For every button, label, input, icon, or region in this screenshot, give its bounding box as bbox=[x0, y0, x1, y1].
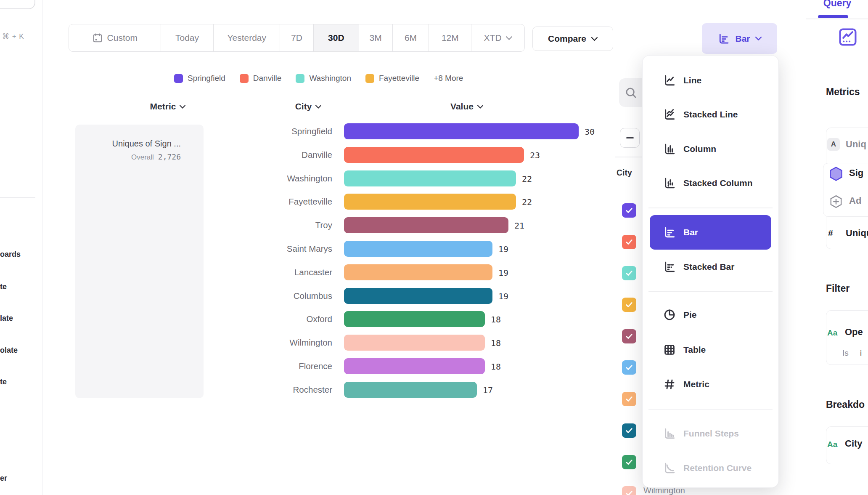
compare-button[interactable]: Compare bbox=[532, 27, 613, 51]
menu-item-stacked-line[interactable]: Stacked Line bbox=[643, 105, 778, 124]
date-range-segmented-control: Custom Today Yesterday 7D 30D 3M 6M 12M … bbox=[69, 24, 525, 52]
bar[interactable] bbox=[344, 335, 485, 351]
bar[interactable] bbox=[344, 170, 516, 186]
sidebar-item-boards[interactable]: oards bbox=[0, 250, 21, 259]
filter-operator[interactable]: Is bbox=[842, 349, 849, 358]
menu-divider bbox=[648, 208, 773, 208]
breakdown-heading: Breakdo bbox=[826, 399, 865, 410]
tab-bar-border bbox=[806, 19, 868, 19]
bar[interactable] bbox=[344, 123, 579, 139]
sidebar-item-4[interactable]: te bbox=[0, 378, 7, 386]
row-checkbox-washington[interactable] bbox=[622, 266, 636, 280]
sidebar-item-1[interactable]: te bbox=[0, 282, 7, 291]
menu-item-funnel-steps: Funnel Steps bbox=[643, 424, 778, 443]
row-checkbox-wilmington[interactable] bbox=[622, 486, 636, 495]
row-checkbox-oxford[interactable] bbox=[622, 455, 636, 469]
bar[interactable] bbox=[344, 217, 508, 233]
tab-active-indicator bbox=[818, 15, 848, 18]
sidebar-item-3[interactable]: olate bbox=[0, 346, 18, 355]
breakdown-property-label[interactable]: City bbox=[845, 438, 863, 449]
menu-item-table[interactable]: Table bbox=[643, 340, 778, 359]
bar[interactable] bbox=[344, 194, 516, 210]
row-checkbox-danville[interactable] bbox=[622, 235, 636, 249]
add-metric-label[interactable]: Ad bbox=[849, 195, 861, 206]
bar-row-oxford: Oxford 18 bbox=[185, 311, 711, 327]
add-event-hexagon-icon[interactable] bbox=[829, 194, 843, 209]
filter-value[interactable]: i bbox=[860, 349, 862, 358]
check-icon bbox=[625, 489, 633, 495]
legend-item-springfield[interactable]: Springfield bbox=[174, 74, 225, 83]
bar[interactable] bbox=[344, 311, 485, 327]
range-yesterday[interactable]: Yesterday bbox=[214, 24, 280, 51]
global-search-box[interactable] bbox=[0, 0, 35, 9]
retention-curve-icon bbox=[663, 461, 676, 475]
range-30d[interactable]: 30D bbox=[314, 24, 359, 51]
range-label: 3M bbox=[370, 33, 382, 43]
sidebar-item-5[interactable]: er bbox=[0, 474, 7, 483]
bar-category-label: Springfield bbox=[185, 123, 332, 139]
row-checkbox-lancaster[interactable] bbox=[622, 392, 636, 406]
metric-aggregation-label[interactable]: Uniq bbox=[846, 139, 866, 150]
menu-item-bar[interactable]: Bar bbox=[650, 215, 771, 250]
range-label: Custom bbox=[107, 33, 138, 43]
menu-item-pie[interactable]: Pie bbox=[643, 305, 778, 325]
filter-property-label[interactable]: Ope bbox=[845, 327, 863, 338]
range-label: 7D bbox=[291, 33, 302, 43]
menu-label: Bar bbox=[683, 227, 698, 237]
bar[interactable] bbox=[344, 264, 492, 280]
legend-more[interactable]: +8 More bbox=[434, 74, 463, 83]
legend-item-fayetteville[interactable]: Fayetteville bbox=[365, 74, 419, 83]
bar[interactable] bbox=[344, 241, 492, 257]
bar-category-label: Wilmington bbox=[185, 335, 332, 351]
range-6m[interactable]: 6M bbox=[393, 24, 429, 51]
range-3m[interactable]: 3M bbox=[359, 24, 393, 51]
column-header-value[interactable]: Value bbox=[425, 100, 509, 113]
search-shortcut-hint: ⌘ + K bbox=[2, 32, 24, 41]
check-icon bbox=[625, 426, 633, 435]
check-icon bbox=[625, 332, 633, 341]
legend-item-danville[interactable]: Danville bbox=[240, 74, 282, 83]
insights-chart-icon[interactable] bbox=[837, 26, 859, 48]
tab-query[interactable]: Query bbox=[806, 0, 868, 9]
metric-formula-label[interactable]: Uniqu bbox=[846, 228, 868, 239]
range-xtd[interactable]: XTD bbox=[471, 24, 524, 51]
column-header-city[interactable]: City bbox=[266, 100, 350, 113]
metric-event-label[interactable]: Sig bbox=[849, 168, 863, 178]
row-checkbox-columbus[interactable] bbox=[622, 423, 636, 438]
bar-category-label: Washington bbox=[185, 170, 332, 186]
bar[interactable] bbox=[344, 147, 524, 163]
menu-item-metric[interactable]: Metric bbox=[643, 375, 778, 394]
row-checkbox-saint-marys[interactable] bbox=[622, 360, 636, 375]
row-checkbox-springfield[interactable] bbox=[622, 203, 636, 218]
column-chart-icon bbox=[663, 142, 676, 156]
bar[interactable] bbox=[344, 288, 492, 304]
row-checkbox-troy[interactable] bbox=[622, 329, 636, 343]
menu-item-stacked-column[interactable]: Stacked Column bbox=[643, 173, 778, 193]
sidebar-item-2[interactable]: late bbox=[0, 314, 13, 323]
row-checkbox-fayetteville[interactable] bbox=[622, 298, 636, 312]
menu-label: Table bbox=[683, 345, 706, 355]
collapse-button[interactable] bbox=[620, 128, 640, 148]
chart-type-button[interactable]: Bar bbox=[702, 23, 777, 54]
column-header-metric[interactable]: Metric bbox=[126, 100, 210, 113]
bar[interactable] bbox=[344, 358, 485, 374]
range-custom[interactable]: Custom bbox=[69, 24, 161, 51]
range-today[interactable]: Today bbox=[161, 24, 214, 51]
metric-card[interactable]: Uniques of Sign ... Overall2,726 bbox=[75, 125, 204, 398]
menu-item-column[interactable]: Column bbox=[643, 139, 778, 159]
bar-row-danville: Danville 23 bbox=[185, 147, 711, 163]
bar[interactable] bbox=[344, 382, 477, 398]
overall-label: Overall bbox=[131, 153, 154, 161]
legend-item-washington[interactable]: Washington bbox=[296, 74, 351, 83]
bar-value: 19 bbox=[498, 264, 508, 280]
range-7d[interactable]: 7D bbox=[280, 24, 314, 51]
range-12m[interactable]: 12M bbox=[429, 24, 471, 51]
bar-category-label: Columbus bbox=[185, 288, 332, 304]
minus-icon bbox=[626, 137, 634, 138]
range-label: 6M bbox=[405, 33, 417, 43]
legend-label: Danville bbox=[253, 74, 282, 83]
menu-item-stacked-bar[interactable]: Stacked Bar bbox=[643, 257, 778, 277]
menu-item-line[interactable]: Line bbox=[643, 71, 778, 90]
chevron-down-icon bbox=[506, 36, 512, 40]
chart-legend: Springfield Danville Washington Fayettev… bbox=[174, 72, 463, 84]
